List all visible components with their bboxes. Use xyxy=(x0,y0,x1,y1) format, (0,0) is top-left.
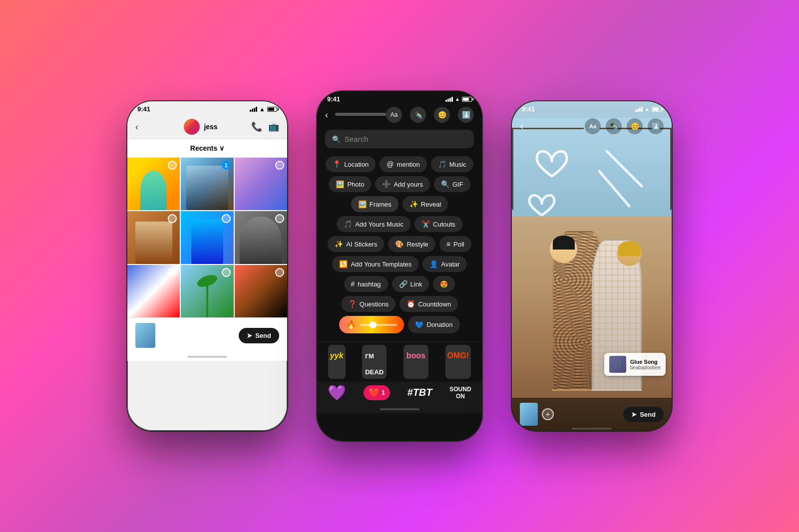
search-bar[interactable]: 🔍 Search xyxy=(325,130,474,148)
location-sticker[interactable]: 📍 Location xyxy=(326,156,376,172)
recents-bar[interactable]: Recents ∨ xyxy=(127,139,287,158)
gallery-item-7[interactable] xyxy=(127,265,180,317)
add-yours-templates-label: Add Yours Templates xyxy=(351,261,411,268)
signal-bars-icon-3 xyxy=(635,107,643,112)
gif-sticker[interactable]: 🔍 GIF xyxy=(434,176,470,192)
gallery-item-3[interactable] xyxy=(235,158,287,210)
avatar-sticker[interactable]: 👤 Avatar xyxy=(422,256,466,272)
gallery-select-7[interactable] xyxy=(168,268,177,277)
wifi-icon-3: ▲ xyxy=(645,106,650,112)
text-tool-icon[interactable]: Aa xyxy=(386,107,402,123)
back-button[interactable]: ‹ xyxy=(135,122,150,132)
battery-icon-3 xyxy=(652,107,662,112)
text-tool-button-3[interactable]: Aa xyxy=(585,118,601,134)
gallery-select-9[interactable] xyxy=(275,268,284,277)
gallery-item-5[interactable] xyxy=(181,211,233,264)
sticker-tool-button-3[interactable]: 😊 xyxy=(627,118,643,134)
recents-label: Recents ∨ xyxy=(190,144,224,152)
sound-on-badge-item[interactable]: SOUNDON xyxy=(449,386,471,400)
cutouts-sticker[interactable]: ✂️ Cutouts xyxy=(414,216,462,232)
phone-2-toolbar: ‹ Aa ✒️ 😊 ⬇️ xyxy=(317,105,482,126)
music-sticker[interactable]: 🎵 Music xyxy=(431,156,473,172)
gallery-select-8[interactable] xyxy=(222,268,231,277)
download-icon[interactable]: ⬇️ xyxy=(458,107,474,123)
hashtag-icon: # xyxy=(351,280,355,288)
add-yours-music-sticker[interactable]: 🎵 Add Yours Music xyxy=(337,216,410,232)
gallery-select-3[interactable] xyxy=(275,161,284,170)
frames-sticker[interactable]: 🖼️ Frames xyxy=(351,196,399,212)
wifi-icon-2: ▲ xyxy=(455,96,460,102)
add-yours-templates-sticker[interactable]: 🔁 Add Yours Templates xyxy=(332,256,418,272)
omg-emoji[interactable]: OMG! xyxy=(445,345,471,379)
photo-label: Photo xyxy=(347,181,364,188)
send-button[interactable]: ➤ Send xyxy=(239,328,279,343)
gallery-item-8[interactable] xyxy=(181,265,233,317)
heart-emoji-item[interactable]: 💜 xyxy=(328,384,346,401)
heart-badge-item[interactable]: ❤️ 1 xyxy=(364,385,390,400)
restyle-label: Restyle xyxy=(406,241,428,248)
sticker-row-5: ✨ AI Stickers 🎨 Restyle ≡ Poll xyxy=(325,236,474,252)
mention-sticker[interactable]: @ mention xyxy=(380,156,426,172)
gallery-item-2[interactable]: 1 xyxy=(181,158,233,210)
emoji-sticker[interactable]: 😍 xyxy=(433,276,455,292)
phone-3-screen: 9:41 ▲ ‹ Aa ✒️ 😊 ⬇️ xyxy=(512,101,672,431)
gallery-select-5[interactable] xyxy=(222,214,231,223)
countdown-icon: ⏰ xyxy=(406,300,415,308)
boos-emoji[interactable]: boos xyxy=(403,345,428,379)
sticker-row-9: 🔥 💙 Donation xyxy=(325,316,474,333)
add-media-button[interactable]: + xyxy=(542,408,554,420)
gallery-item-1[interactable] xyxy=(127,158,180,210)
gallery-select-4[interactable] xyxy=(168,214,177,223)
sticker-tool-icon[interactable]: 😊 xyxy=(434,107,450,123)
countdown-sticker[interactable]: ⏰ Countdown xyxy=(400,296,458,312)
phone-1-status-bar: 9:41 ▲ xyxy=(127,101,287,115)
music-card[interactable]: 🎵 Glue Song beabadoobee xyxy=(604,353,666,376)
download-button-3[interactable]: ⬇️ xyxy=(648,118,664,134)
questions-sticker[interactable]: ❓ Questions xyxy=(341,296,396,312)
tbt-badge-item[interactable]: #TBT xyxy=(407,387,432,398)
wifi-icon: ▲ xyxy=(259,106,265,113)
ai-stickers-sticker[interactable]: ✨ AI Stickers xyxy=(328,236,384,252)
slider-sticker[interactable]: 🔥 xyxy=(339,316,404,333)
gallery-select-6[interactable] xyxy=(275,214,284,223)
poll-sticker[interactable]: ≡ Poll xyxy=(439,236,471,252)
mention-label: mention xyxy=(397,161,420,168)
dead-emoji[interactable]: I'MDEAD xyxy=(362,345,387,379)
home-indicator-1 xyxy=(127,353,287,361)
send-icon: ➤ xyxy=(247,332,252,339)
draw-tool-icon[interactable]: ✒️ xyxy=(410,107,426,123)
cutouts-icon: ✂️ xyxy=(421,220,430,228)
gallery-select-2[interactable]: 1 xyxy=(222,161,231,170)
video-call-icon[interactable]: 📺 xyxy=(268,121,279,132)
phone-3-status-bar: 9:41 ▲ xyxy=(512,101,672,115)
yyk-emoji[interactable]: yyk xyxy=(328,345,346,379)
add-yours-sticker[interactable]: ➕ Add yours xyxy=(375,176,430,192)
draw-tool-button-3[interactable]: ✒️ xyxy=(606,118,622,134)
sticker-row-1: 📍 Location @ mention 🎵 Music xyxy=(325,156,474,172)
mention-icon: @ xyxy=(387,160,394,168)
gallery-select-1[interactable] xyxy=(168,161,177,170)
donation-sticker[interactable]: 💙 Donation xyxy=(408,316,459,333)
photo-sticker[interactable]: 🖼️ Photo xyxy=(329,176,371,192)
fire-emoji: 🔥 xyxy=(346,320,356,329)
sticker-row-4: 🎵 Add Yours Music ✂️ Cutouts xyxy=(325,216,474,232)
phone-3-bottom-bar: + ➤ Send xyxy=(512,398,672,431)
gallery-item-6[interactable] xyxy=(235,211,287,264)
frames-icon: 🖼️ xyxy=(358,200,367,208)
back-button-3[interactable]: ‹ xyxy=(520,120,536,133)
send-button-3[interactable]: ➤ Send xyxy=(623,407,664,422)
phone-call-icon[interactable]: 📞 xyxy=(251,121,262,132)
back-button-2[interactable]: ‹ xyxy=(325,110,335,120)
gallery-item-4[interactable] xyxy=(127,211,180,264)
gallery-item-9[interactable] xyxy=(235,265,287,317)
restyle-sticker[interactable]: 🎨 Restyle xyxy=(388,236,435,252)
link-sticker[interactable]: 🔗 Link xyxy=(392,276,429,292)
gallery-grid: 1 xyxy=(127,158,287,317)
phone-3: 9:41 ▲ ‹ Aa ✒️ 😊 ⬇️ xyxy=(512,101,672,431)
reveal-sticker[interactable]: ✨ Reveal xyxy=(402,196,448,212)
music-album-art: 🎵 xyxy=(609,356,626,373)
link-label: Link xyxy=(410,280,422,288)
phone-3-time: 9:41 xyxy=(522,105,535,113)
gif-icon: 🔍 xyxy=(441,180,449,188)
hashtag-sticker[interactable]: # hashtag xyxy=(344,276,388,292)
